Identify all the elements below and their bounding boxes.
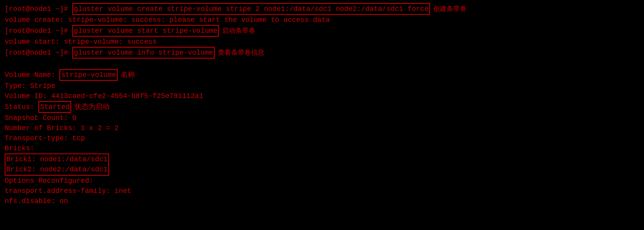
prompt-1: [root@node1 ~]# (5, 4, 68, 14)
bricks-box: Brick1: node1:/data/sdc1 Brick2: node2:/… (5, 153, 109, 175)
bricks-count-text: Number of Bricks: 1 x 2 = 2 (5, 123, 119, 133)
info-command: gluster volume info stripe-volume (72, 47, 215, 59)
snapshot-text: Snapshot Count: 0 (5, 113, 77, 123)
brick2-line: Brick2: node2:/data/sdc1 (6, 164, 108, 175)
status-line: Status: Started 状态为启动 (5, 101, 639, 113)
create-command: gluster volume create stripe-volume stri… (72, 3, 430, 15)
prompt-2: [root@node1 ~]# (5, 26, 68, 36)
blank-line (5, 59, 639, 69)
nfs-line: nfs.disable: on (5, 196, 639, 206)
start-output: volume start: stripe-volume: success (5, 37, 639, 47)
bricks-header-text: Bricks: (5, 143, 34, 153)
transport-text: Transport-type: tcp (5, 133, 85, 143)
volume-name-value: stripe-volume (59, 69, 117, 81)
command-line-info: [root@node1 ~]# gluster volume info stri… (5, 47, 639, 59)
info-annotation-label: 查看条带卷信息 (218, 48, 264, 58)
options-line: Options Reconfigured: (5, 176, 639, 186)
start-output-text: volume start: stripe-volume: success (5, 37, 157, 47)
transport-family-text: transport.address-family: inet (5, 186, 131, 196)
brick1-line: Brick1: node1:/data/sdc1 (6, 154, 108, 164)
create-output-text: volume create: stripe-volume: success: p… (5, 15, 330, 25)
command-line-start: [root@node1 ~]# gluster volume start str… (5, 25, 639, 37)
status-label: Status: (5, 102, 38, 112)
snapshot-line: Snapshot Count: 0 (5, 113, 639, 123)
type-text: Type: Stripe (5, 81, 56, 91)
prompt-3: [root@node1 ~]# (5, 48, 68, 58)
start-annotation: 启动条带卷 (222, 27, 255, 36)
bricks-count-line: Number of Bricks: 1 x 2 = 2 (5, 123, 639, 133)
bricks-header-line: Bricks: (5, 143, 639, 153)
transport-family-line: transport.address-family: inet (5, 186, 639, 196)
create-annotation: 创建条带卷 (433, 5, 466, 14)
type-line: Type: Stripe (5, 81, 639, 91)
options-text: Options Reconfigured: (5, 176, 93, 186)
transport-line: Transport-type: tcp (5, 133, 639, 143)
brick1-text: Brick1: node1:/data/sdc1 (6, 154, 108, 164)
volume-id-text: Volume ID: 4413caed-cfe2-4554-b8f5-f25e7… (5, 91, 203, 101)
volume-name-annotation: 名称 (121, 70, 135, 80)
status-annotation: 状态为启动 (74, 102, 109, 112)
command-line-create: [root@node1 ~]# gluster volume create st… (5, 3, 639, 15)
brick2-text: Brick2: node2:/data/sdc1 (6, 164, 108, 175)
create-output: volume create: stripe-volume: success: p… (5, 15, 639, 25)
status-value: Started (38, 101, 71, 113)
volume-name-line: Volume Name: stripe-volume 名称 (5, 69, 639, 81)
nfs-text: nfs.disable: on (5, 196, 68, 206)
start-command: gluster volume start stripe-volume (72, 25, 219, 37)
volume-id-line: Volume ID: 4413caed-cfe2-4554-b8f5-f25e7… (5, 91, 639, 101)
volume-name-label: Volume Name: (5, 70, 59, 80)
